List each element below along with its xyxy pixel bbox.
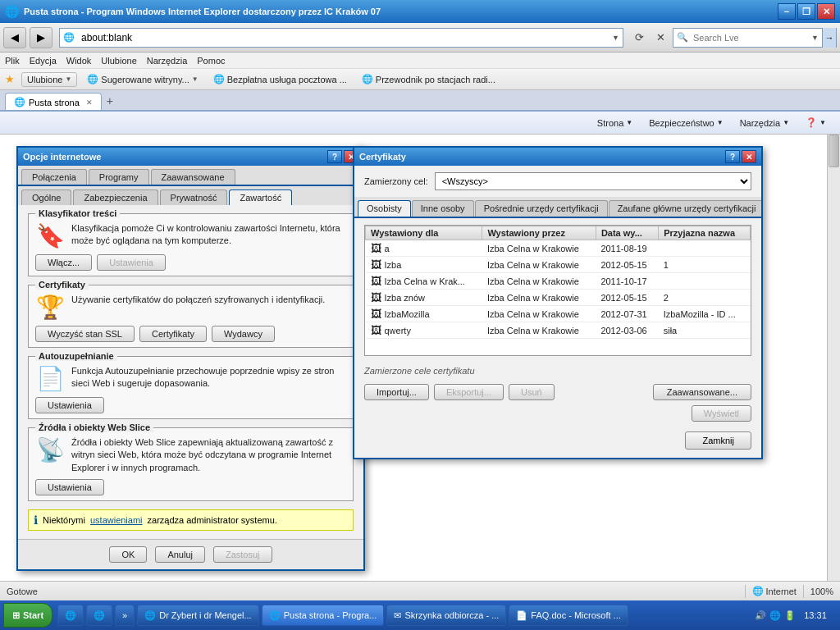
wydawcy-button[interactable]: Wydawcy: [212, 326, 275, 342]
cert-tab-inne[interactable]: Inne osoby: [412, 200, 474, 217]
cmd-narz-arrow: ▼: [783, 119, 789, 126]
tab-close-button[interactable]: ✕: [86, 98, 93, 107]
address-input[interactable]: [78, 30, 609, 45]
fav-sugerowane-arrow: ▼: [192, 75, 199, 83]
opcje-tab-polaczenia[interactable]: Połączenia: [21, 169, 87, 185]
col-przyjazna-nazwa[interactable]: Przyjazna nazwa: [659, 226, 751, 240]
toolbar: ◀ ▶ 🌐 ▼ ⟳ ✕ 🔍 ▼ →: [0, 23, 840, 52]
wyczysc-ssl-button[interactable]: Wyczyść stan SSL: [35, 326, 135, 342]
status-internet-zone[interactable]: 🌐 Internet: [752, 586, 797, 596]
cmd-strona[interactable]: Strona ▼: [590, 116, 640, 130]
tray-icon-2[interactable]: 🌐: [769, 610, 781, 621]
cert-row-icon: 🖼: [371, 291, 381, 304]
cert-tab-zaufane[interactable]: Zaufane główne urzędy certyfikacji: [609, 200, 761, 217]
taskbar-quicklaunch-2[interactable]: 🌐: [86, 605, 112, 626]
search-dropdown-arrow[interactable]: ▼: [808, 34, 822, 42]
table-row[interactable]: 🖼IzbaMozilla Izba Celna w Krakowie 2012-…: [366, 306, 751, 322]
table-row[interactable]: 🖼qwerty Izba Celna w Krakowie 2012-03-06…: [366, 322, 751, 339]
cert-purpose-text: Zamierzone cele certyfikatu: [354, 363, 761, 379]
certyfikaty-button[interactable]: Certyfikaty: [139, 326, 207, 342]
usun-button[interactable]: Usuń: [509, 384, 555, 400]
internet-zone-label: Internet: [766, 587, 797, 596]
refresh-button[interactable]: ⟳: [630, 28, 648, 48]
cert-close-x-button[interactable]: ✕: [742, 150, 756, 163]
fav-poczta[interactable]: 🌐 Bezpłatna usługa pocztowa ...: [208, 72, 352, 86]
info-ustawieniami-link[interactable]: ustawieniami: [90, 515, 143, 525]
tray-icon-3[interactable]: 🔋: [784, 610, 796, 621]
forward-button[interactable]: ▶: [30, 27, 52, 48]
table-row[interactable]: 🖼Izba Izba Celna w Krakowie 2012-05-15 1: [366, 257, 751, 273]
zastosuj-button[interactable]: Zastosuj: [213, 546, 272, 563]
klasyfikator-text: Klasyfikacja pomoże Ci w kontrolowaniu z…: [71, 222, 346, 248]
menu-widok[interactable]: Widok: [66, 56, 92, 66]
col-wystawiony-dla[interactable]: Wystawiony dla: [366, 226, 482, 240]
zaawansowane-button[interactable]: Zaawansowane...: [653, 384, 751, 400]
minimize-button[interactable]: −: [778, 3, 796, 20]
menu-edycja[interactable]: Edycja: [30, 56, 57, 66]
opcje-help-button[interactable]: ?: [327, 150, 342, 163]
new-tab-button[interactable]: +: [102, 92, 118, 110]
scroll-track[interactable]: [827, 135, 840, 581]
ok-button[interactable]: OK: [109, 546, 147, 563]
address-dropdown-arrow[interactable]: ▼: [609, 34, 623, 42]
wlacz-button[interactable]: Włącz...: [35, 254, 92, 271]
stop-button[interactable]: ✕: [651, 28, 669, 48]
taskbar-quicklaunch-3[interactable]: »: [115, 605, 135, 626]
cert-help-button[interactable]: ?: [725, 150, 740, 163]
tray-icon-1[interactable]: 🔊: [755, 610, 766, 621]
opcje-tab-programy[interactable]: Programy: [89, 169, 149, 185]
back-button[interactable]: ◀: [3, 27, 26, 48]
cmd-bezpieczenstwo[interactable]: Bezpieczeństwo ▼: [641, 116, 730, 130]
taskbar-quicklaunch-1[interactable]: 🌐: [57, 605, 84, 626]
taskbar-faq-icon: 📄: [516, 610, 527, 621]
cert-zamknij-button[interactable]: Zamknij: [685, 431, 751, 450]
klasyfikator-ustawienia-button[interactable]: Ustawienia: [97, 254, 166, 271]
scroll-thumb[interactable]: [829, 135, 839, 167]
taskbar-item-pusta[interactable]: 🌐 Pusta strona - Progra...: [262, 605, 385, 626]
close-button[interactable]: ✕: [817, 3, 835, 20]
search-go-button[interactable]: →: [822, 28, 836, 48]
cert-tab-posrednie[interactable]: Pośrednie urzędy certyfikacji: [475, 200, 608, 217]
fav-sugerowane-icon: 🌐: [87, 74, 98, 84]
menu-pomoc[interactable]: Pomoc: [197, 56, 225, 66]
restore-button[interactable]: ❐: [797, 3, 815, 20]
status-zoom[interactable]: 100%: [810, 587, 833, 596]
cert-tab-osobisty[interactable]: Osobisty: [358, 200, 411, 217]
opcje-tab-zabezpieczenia[interactable]: Zabezpieczenia: [73, 189, 158, 205]
table-row[interactable]: 🖼a Izba Celna w Krakowie 2011-08-19: [366, 240, 751, 257]
menu-narzedzia[interactable]: Narzędzia: [147, 56, 188, 66]
taskbar-item-faq[interactable]: 📄 FAQ.doc - Microsoft ...: [509, 605, 628, 626]
opcje-tab-prywatnosc[interactable]: Prywatność: [160, 189, 228, 205]
opcje-tab-ogolne[interactable]: Ogólne: [21, 189, 71, 205]
eksportuj-button[interactable]: Eksportuj...: [434, 384, 504, 400]
cmd-narzedzia[interactable]: Narzędzia ▼: [733, 116, 797, 130]
table-row[interactable]: 🖼Izba Celna w Krak... Izba Celna w Krako…: [366, 273, 751, 290]
taskbar-item-skrzynka[interactable]: ✉ Skrzynka odbiorcza - ...: [386, 605, 506, 626]
address-bar: 🌐 ▼: [59, 28, 623, 48]
ulubione-button[interactable]: Ulubione ▼: [21, 72, 77, 87]
cert-dialog-titlebar: Certyfikaty ? ✕: [354, 148, 761, 166]
opcje-tab-zawartosc[interactable]: Zawartość: [229, 189, 292, 205]
menu-plik[interactable]: Plik: [5, 56, 20, 66]
menu-ulubione[interactable]: Ulubione: [101, 56, 136, 66]
taskbar-item-zybert[interactable]: 🌐 Dr Zybert i dr Mengel...: [137, 605, 258, 626]
col-data[interactable]: Data wy...: [596, 226, 658, 240]
opcje-dialog-body: Klasyfikator treści 🔖 Klasyfikacja pomoż…: [18, 205, 363, 539]
autouzupelnianie-ustawienia-button[interactable]: Ustawienia: [35, 397, 104, 413]
search-input[interactable]: [692, 31, 808, 44]
wyswietl-button[interactable]: Wyświetl: [692, 405, 751, 422]
importuj-button[interactable]: Importuj...: [364, 384, 429, 400]
col-wystawiony-przez[interactable]: Wystawiony przez: [482, 226, 596, 240]
opcje-tab-zaawansowane[interactable]: Zaawansowane: [151, 169, 235, 185]
cert-cel-select[interactable]: <Wszyscy>: [435, 172, 751, 190]
start-button[interactable]: ⊞ Start: [3, 603, 52, 628]
anuluj-button[interactable]: Anuluj: [155, 546, 205, 563]
webslice-ustawienia-button[interactable]: Ustawienia: [35, 479, 104, 495]
table-row[interactable]: 🖼Izba znów Izba Celna w Krakowie 2012-05…: [366, 290, 751, 306]
fav-sugerowane[interactable]: 🌐 Sugerowane witryny... ▼: [82, 72, 203, 86]
cert-dialog-title: Certyfikaty: [359, 152, 725, 162]
autouzupelnianie-icon: 📄: [35, 365, 65, 392]
cmd-help[interactable]: ❓ ▼: [798, 115, 833, 130]
tab-pusta-strona[interactable]: 🌐 Pusta strona ✕: [5, 93, 102, 110]
fav-radio[interactable]: 🌐 Przewodnik po stacjach radi...: [357, 72, 500, 86]
